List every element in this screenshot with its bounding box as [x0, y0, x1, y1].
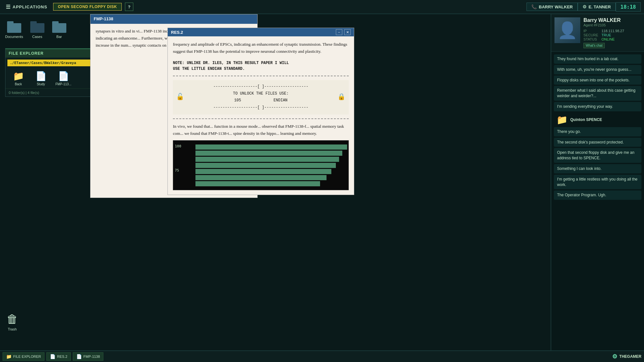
agent-id: Agent #F2105	[583, 23, 641, 27]
agent-ip: IP 118.111.98.27	[583, 29, 641, 33]
quinton-spence-item[interactable]: 📁 Quinton SPENCE	[554, 113, 641, 127]
file-explorer-header: FILE EXPLORER	[5, 49, 95, 58]
thegamer-gear-icon: ⚙	[612, 353, 617, 360]
chat-message-10: I'm getting a little restless with you d…	[554, 175, 641, 190]
trash-label: Trash	[8, 327, 17, 331]
settings-icon: ⚙	[582, 4, 587, 9]
unlock-line2: TO UNLOCK THE FILES USE:	[176, 90, 346, 97]
chat-message-9: Something I can look into.	[554, 164, 641, 173]
quinton-name: Quinton SPENCE	[570, 117, 602, 122]
file-item-study[interactable]: 📄 Study	[31, 71, 51, 86]
hamburger-menu-button[interactable]: ☰ APPLICATIONS	[3, 3, 50, 11]
agent-name: Barry WALKER	[583, 17, 641, 23]
taskbar: 📁 FILE EXPLORER 📄 RES.2 📄 FMP-1138 ⚙ THE…	[0, 350, 644, 362]
taskbar-fmp1138[interactable]: 📄 FMP-1138	[73, 352, 103, 361]
fmp-titlebar: FMP-1138	[90, 14, 257, 24]
agent-avatar	[554, 17, 580, 43]
chart-y-axis-100: 100	[175, 144, 181, 150]
key-icon: 🔓	[176, 92, 184, 103]
main-area: Documents Cases Bar FILE EXPLORER ./ETan…	[0, 14, 644, 350]
fmp1138-label: FMP-113...	[55, 82, 71, 86]
agent-profile: Barry WALKER Agent #F2105 IP 118.111.98.…	[551, 14, 644, 52]
center-area: FMP-1138 synapses in vitro and in vi... …	[90, 14, 551, 350]
chat-message-7: The second disk's password protected.	[554, 138, 641, 147]
chat-message-11: The Operator Program. Ugh.	[554, 190, 641, 200]
unlock-line1: -------------------[ ]------------------…	[176, 83, 346, 90]
chart-bar-5	[195, 169, 331, 174]
taskbar-file-explorer[interactable]: 📁 FILE EXPLORER	[3, 352, 44, 361]
chat-message-1: They found him buried in a lab coat.	[554, 54, 641, 64]
taskbar-folder-icon: 📁	[6, 354, 12, 359]
clock-display: 18:18	[616, 2, 641, 12]
res2-titlebar-buttons: − ✕	[336, 29, 351, 35]
taskbar-res2-icon: 📄	[50, 354, 55, 359]
agent-avatar-image	[554, 17, 580, 43]
unlock-line4: -------------------[ ]------------------…	[176, 104, 346, 111]
status-label: STATUS	[583, 37, 600, 41]
res2-content[interactable]: frequency and amplitude of EPSCs, indica…	[168, 36, 354, 195]
cases-label: Cases	[32, 35, 42, 39]
chart-bar-3	[195, 157, 339, 162]
res2-unlock-section: 🔓 -------------------[ ]----------------…	[173, 80, 349, 114]
file-path: ./ETanner/Cases/BWalker/Graveya	[7, 60, 93, 66]
whats-chat-button[interactable]: What's chat	[583, 43, 605, 48]
secure-value: TRUE	[601, 33, 611, 37]
fmp-title: FMP-1138	[94, 16, 113, 23]
res2-title: RES.2	[171, 30, 183, 35]
lock-icon: 🔒	[337, 92, 346, 103]
file-item-back[interactable]: 📁 Back	[9, 71, 28, 86]
agent-status: STATUS ONLINE	[583, 37, 641, 41]
help-button[interactable]: ?	[125, 3, 133, 11]
unlock-line3: 105 ENDIAN	[176, 97, 346, 104]
chat-message-3: Floppy disks sewn into one of the pocket…	[554, 76, 641, 85]
chart-bar-7	[195, 181, 320, 186]
res2-main-para: frequency and amplitude of EPSCs, indica…	[173, 41, 349, 55]
agent-info: Barry WALKER Agent #F2105 IP 118.111.98.…	[583, 17, 641, 48]
hamburger-icon: ☰	[6, 4, 11, 10]
ip-label: IP	[583, 29, 600, 33]
open-floppy-button[interactable]: OPEN SECOND FLOPPY DISK	[53, 3, 122, 11]
res2-divider-2	[173, 118, 349, 119]
status-value: ONLINE	[601, 37, 615, 41]
desktop-icon-cases[interactable]: Cases	[30, 21, 45, 39]
barry-walker-label: BARRY WALKER	[539, 5, 573, 9]
ip-value: 118.111.98.27	[601, 29, 624, 33]
file-item-fmp1138[interactable]: 📄 FMP-113...	[54, 71, 73, 86]
desktop-left: Documents Cases Bar FILE EXPLORER ./ETan…	[0, 14, 90, 350]
taskbar-res2-label: RES.2	[57, 355, 67, 358]
top-bar-right: 📞 BARRY WALKER ⚙ E. TANNER 18:18	[526, 2, 641, 12]
taskbar-file-explorer-label: FILE EXPLORER	[13, 355, 41, 358]
bar-label: Bar	[56, 35, 62, 39]
res2-lower-text: In vivo, we found that... function in a …	[173, 123, 349, 137]
res2-divider	[173, 76, 349, 76]
chart-container: 100 75	[173, 140, 349, 190]
chart-bar-1	[195, 144, 347, 150]
e-tanner-label: E. TANNER	[589, 5, 611, 9]
res2-minimize-button[interactable]: −	[336, 29, 342, 35]
res2-close-button[interactable]: ✕	[344, 29, 351, 35]
chat-message-4: Remember what I said about this case get…	[554, 86, 641, 101]
trash-bin-icon: 🗑	[6, 312, 18, 326]
chat-messages: They found him buried in a lab coat. Wit…	[551, 52, 644, 350]
study-doc-icon: 📄	[35, 71, 47, 81]
chart-bar-6	[195, 175, 327, 180]
documents-label: Documents	[5, 35, 23, 39]
desktop-icons: Documents Cases Bar	[5, 21, 85, 39]
fmp1138-doc-icon: 📄	[58, 71, 69, 81]
thegamer-logo: ⚙ THEGAMER	[612, 353, 641, 360]
barry-walker-button[interactable]: 📞 BARRY WALKER	[526, 3, 577, 11]
chat-message-8: Open that second floppy disk and give me…	[554, 148, 641, 163]
taskbar-res2[interactable]: 📄 RES.2	[46, 352, 71, 361]
quinton-folder-icon: 📁	[556, 115, 568, 125]
applications-label: APPLICATIONS	[13, 5, 47, 9]
res2-note: NOTE: UNLIKE DR. ILES, IN THIS RESULT PA…	[173, 60, 349, 72]
unlock-text: -------------------[ ]------------------…	[176, 83, 346, 111]
desktop-icon-documents[interactable]: Documents	[5, 21, 23, 39]
chat-message-2: With some, uh, you're never gonna guess.…	[554, 65, 641, 74]
trash-icon[interactable]: 🗑 Trash	[6, 312, 18, 331]
e-tanner-button[interactable]: ⚙ E. TANNER	[578, 3, 616, 11]
chat-message-6: There you go.	[554, 127, 641, 136]
chat-panel: Barry WALKER Agent #F2105 IP 118.111.98.…	[551, 14, 644, 350]
taskbar-fmp1138-label: FMP-1138	[83, 355, 100, 358]
desktop-icon-bar[interactable]: Bar	[52, 21, 67, 39]
